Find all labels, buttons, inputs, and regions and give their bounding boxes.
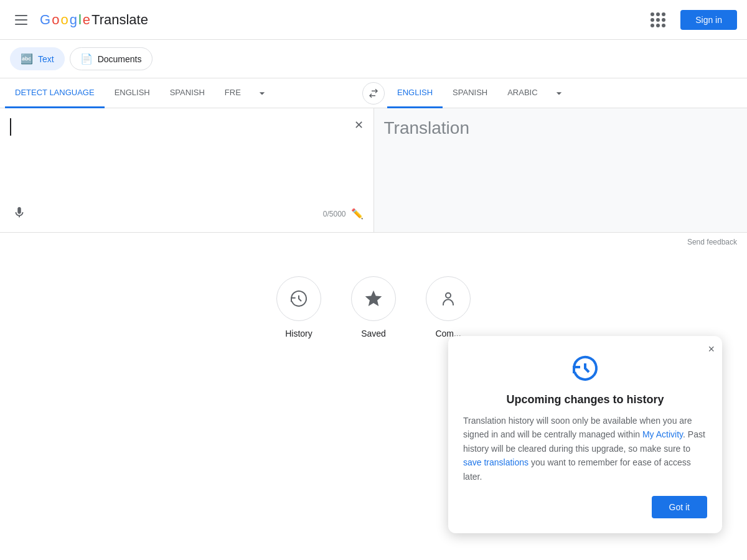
- header: Google Translate Sign in: [0, 0, 747, 40]
- my-activity-link[interactable]: My Activity: [642, 429, 683, 439]
- popup-close-button[interactable]: ×: [708, 343, 715, 355]
- hamburger-menu[interactable]: [10, 10, 32, 30]
- target-lang-english[interactable]: ENGLISH: [387, 78, 443, 108]
- source-lang-more[interactable]: [251, 87, 273, 100]
- language-bar: DETECT LANGUAGE ENGLISH SPANISH FRE ENGL…: [0, 78, 747, 108]
- text-cursor: [10, 118, 11, 136]
- input-panel: ✕ 0/5000 ✏️: [0, 108, 374, 232]
- mode-bar: 🔤 Text 📄 Documents: [0, 40, 747, 78]
- community-item[interactable]: Com...: [426, 276, 471, 338]
- svg-point-0: [446, 293, 451, 298]
- documents-mode-icon: 📄: [80, 53, 93, 65]
- saved-label: Saved: [361, 329, 386, 338]
- clear-input-button[interactable]: ✕: [354, 118, 364, 132]
- saved-item[interactable]: Saved: [351, 276, 396, 338]
- input-toolbar: 0/5000 ✏️: [10, 203, 364, 225]
- source-lang-english[interactable]: ENGLISH: [105, 78, 160, 108]
- apps-icon[interactable]: [646, 7, 670, 32]
- char-count: 0/5000: [323, 210, 346, 218]
- source-lang-detect[interactable]: DETECT LANGUAGE: [5, 78, 105, 108]
- text-mode-icon: 🔤: [21, 53, 33, 65]
- bottom-icons: History Saved Com...: [276, 276, 471, 338]
- save-translations-link[interactable]: save translations: [463, 457, 529, 467]
- bottom-section: History Saved Com...: [0, 251, 747, 338]
- popup-body: Translation history will soon only be av…: [463, 414, 707, 483]
- history-circle: [276, 276, 321, 321]
- header-left: Google Translate: [10, 10, 148, 30]
- source-lang-spanish[interactable]: SPANISH: [160, 78, 215, 108]
- microphone-button[interactable]: [10, 203, 29, 225]
- popup-icon-area: [463, 353, 707, 383]
- edit-button[interactable]: ✏️: [351, 208, 364, 220]
- feedback-bar: Send feedback: [0, 233, 747, 251]
- popup-footer: Got it: [463, 496, 707, 518]
- target-lang-spanish[interactable]: SPANISH: [443, 78, 497, 108]
- got-it-button[interactable]: Got it: [652, 496, 707, 518]
- popup-title: Upcoming changes to history: [463, 393, 707, 406]
- text-mode-label: Text: [38, 54, 54, 64]
- community-circle: [426, 276, 471, 321]
- saved-circle: [351, 276, 396, 321]
- source-lang-french[interactable]: FRE: [215, 78, 251, 108]
- swap-languages-button[interactable]: [362, 82, 385, 105]
- send-feedback-link[interactable]: Send feedback: [687, 238, 737, 246]
- source-language-tabs: DETECT LANGUAGE ENGLISH SPANISH FRE: [5, 78, 360, 108]
- translate-area: ✕ 0/5000 ✏️ Translation: [0, 108, 747, 233]
- text-mode-button[interactable]: 🔤 Text: [10, 47, 65, 70]
- logo-text: Translate: [92, 12, 148, 28]
- sign-in-button[interactable]: Sign in: [680, 10, 737, 30]
- header-right: Sign in: [646, 7, 737, 32]
- target-language-tabs: ENGLISH SPANISH ARABIC: [387, 78, 742, 108]
- output-panel: Translation: [374, 108, 748, 232]
- history-popup-card: × Upcoming changes to history Translatio…: [448, 336, 722, 533]
- target-lang-arabic[interactable]: ARABIC: [497, 78, 547, 108]
- translation-placeholder: Translation: [384, 118, 469, 138]
- documents-mode-button[interactable]: 📄 Documents: [70, 47, 153, 70]
- google-translate-logo[interactable]: Google Translate: [40, 12, 148, 28]
- target-lang-more[interactable]: [548, 87, 570, 100]
- history-label: History: [285, 329, 312, 338]
- documents-mode-label: Documents: [98, 54, 142, 64]
- history-item[interactable]: History: [276, 276, 321, 338]
